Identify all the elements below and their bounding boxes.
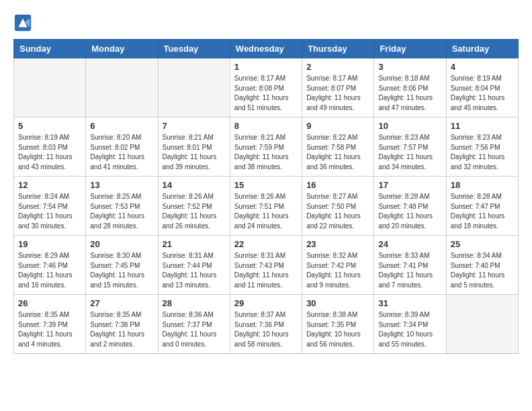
calendar-table: SundayMondayTuesdayWednesdayThursdayFrid… <box>13 39 519 354</box>
calendar-cell <box>446 295 518 354</box>
calendar-cell: 2Sunrise: 8:17 AM Sunset: 8:07 PM Daylig… <box>302 58 374 118</box>
day-info: Sunrise: 8:28 AM Sunset: 7:48 PM Dayligh… <box>378 192 441 231</box>
calendar-week-row: 5Sunrise: 8:19 AM Sunset: 8:03 PM Daylig… <box>14 118 519 177</box>
day-info: Sunrise: 8:30 AM Sunset: 7:45 PM Dayligh… <box>90 251 153 290</box>
day-number: 25 <box>451 239 514 249</box>
day-number: 21 <box>163 239 226 249</box>
calendar-cell: 5Sunrise: 8:19 AM Sunset: 8:03 PM Daylig… <box>14 118 86 177</box>
day-info: Sunrise: 8:18 AM Sunset: 8:06 PM Dayligh… <box>378 74 441 113</box>
day-info: Sunrise: 8:23 AM Sunset: 7:57 PM Dayligh… <box>378 133 441 172</box>
day-number: 24 <box>378 239 441 249</box>
calendar-cell <box>86 58 158 118</box>
calendar-week-row: 12Sunrise: 8:24 AM Sunset: 7:54 PM Dayli… <box>14 177 519 236</box>
weekday-header-saturday: Saturday <box>446 40 518 58</box>
day-info: Sunrise: 8:29 AM Sunset: 7:46 PM Dayligh… <box>18 251 81 290</box>
calendar-cell: 27Sunrise: 8:35 AM Sunset: 7:38 PM Dayli… <box>86 295 158 354</box>
day-info: Sunrise: 8:26 AM Sunset: 7:51 PM Dayligh… <box>234 192 298 231</box>
calendar-cell: 7Sunrise: 8:21 AM Sunset: 8:01 PM Daylig… <box>158 118 230 177</box>
day-info: Sunrise: 8:26 AM Sunset: 7:52 PM Dayligh… <box>163 192 226 231</box>
day-number: 30 <box>306 298 369 308</box>
day-number: 1 <box>234 62 298 72</box>
day-info: Sunrise: 8:32 AM Sunset: 7:42 PM Dayligh… <box>306 251 369 290</box>
day-number: 23 <box>306 239 369 249</box>
calendar-cell: 10Sunrise: 8:23 AM Sunset: 7:57 PM Dayli… <box>374 118 446 177</box>
calendar-cell: 19Sunrise: 8:29 AM Sunset: 7:46 PM Dayli… <box>14 236 86 295</box>
day-number: 29 <box>234 298 298 308</box>
day-info: Sunrise: 8:25 AM Sunset: 7:53 PM Dayligh… <box>90 192 153 231</box>
calendar-week-row: 26Sunrise: 8:35 AM Sunset: 7:39 PM Dayli… <box>14 295 519 354</box>
weekday-header-monday: Monday <box>86 40 158 58</box>
weekday-header-wednesday: Wednesday <box>230 40 302 58</box>
logo-icon <box>13 13 32 32</box>
day-info: Sunrise: 8:22 AM Sunset: 7:58 PM Dayligh… <box>306 133 369 172</box>
day-number: 26 <box>18 298 81 308</box>
calendar-cell: 6Sunrise: 8:20 AM Sunset: 8:02 PM Daylig… <box>86 118 158 177</box>
day-number: 11 <box>451 121 514 131</box>
calendar-cell: 26Sunrise: 8:35 AM Sunset: 7:39 PM Dayli… <box>14 295 86 354</box>
day-number: 4 <box>451 62 514 72</box>
calendar-week-row: 1Sunrise: 8:17 AM Sunset: 8:08 PM Daylig… <box>14 58 519 118</box>
day-info: Sunrise: 8:31 AM Sunset: 7:44 PM Dayligh… <box>163 251 226 290</box>
calendar-cell: 11Sunrise: 8:23 AM Sunset: 7:56 PM Dayli… <box>446 118 518 177</box>
logo <box>13 13 35 32</box>
day-number: 14 <box>163 180 226 190</box>
day-info: Sunrise: 8:23 AM Sunset: 7:56 PM Dayligh… <box>451 133 514 172</box>
day-info: Sunrise: 8:31 AM Sunset: 7:43 PM Dayligh… <box>234 251 298 290</box>
day-info: Sunrise: 8:28 AM Sunset: 7:47 PM Dayligh… <box>451 192 514 231</box>
day-number: 3 <box>378 62 441 72</box>
calendar-cell: 30Sunrise: 8:38 AM Sunset: 7:35 PM Dayli… <box>302 295 374 354</box>
day-number: 6 <box>90 121 153 131</box>
day-number: 27 <box>90 298 153 308</box>
calendar-cell: 1Sunrise: 8:17 AM Sunset: 8:08 PM Daylig… <box>230 58 302 118</box>
calendar-cell: 31Sunrise: 8:39 AM Sunset: 7:34 PM Dayli… <box>374 295 446 354</box>
day-number: 8 <box>234 121 298 131</box>
calendar-cell: 24Sunrise: 8:33 AM Sunset: 7:41 PM Dayli… <box>374 236 446 295</box>
calendar-cell: 8Sunrise: 8:21 AM Sunset: 7:59 PM Daylig… <box>230 118 302 177</box>
calendar-cell: 23Sunrise: 8:32 AM Sunset: 7:42 PM Dayli… <box>302 236 374 295</box>
day-info: Sunrise: 8:38 AM Sunset: 7:35 PM Dayligh… <box>306 310 369 349</box>
day-info: Sunrise: 8:39 AM Sunset: 7:34 PM Dayligh… <box>378 310 441 349</box>
calendar-cell <box>14 58 86 118</box>
page-header <box>13 13 519 32</box>
day-number: 18 <box>451 180 514 190</box>
day-info: Sunrise: 8:21 AM Sunset: 8:01 PM Dayligh… <box>163 133 226 172</box>
calendar-cell: 9Sunrise: 8:22 AM Sunset: 7:58 PM Daylig… <box>302 118 374 177</box>
day-info: Sunrise: 8:35 AM Sunset: 7:38 PM Dayligh… <box>90 310 153 349</box>
day-number: 13 <box>90 180 153 190</box>
day-number: 19 <box>18 239 81 249</box>
calendar-cell: 18Sunrise: 8:28 AM Sunset: 7:47 PM Dayli… <box>446 177 518 236</box>
day-info: Sunrise: 8:33 AM Sunset: 7:41 PM Dayligh… <box>378 251 441 290</box>
weekday-header-thursday: Thursday <box>302 40 374 58</box>
day-number: 12 <box>18 180 81 190</box>
day-number: 22 <box>234 239 298 249</box>
day-info: Sunrise: 8:17 AM Sunset: 8:07 PM Dayligh… <box>306 74 369 113</box>
day-info: Sunrise: 8:35 AM Sunset: 7:39 PM Dayligh… <box>18 310 81 349</box>
calendar-cell: 4Sunrise: 8:19 AM Sunset: 8:04 PM Daylig… <box>446 58 518 118</box>
calendar-cell: 25Sunrise: 8:34 AM Sunset: 7:40 PM Dayli… <box>446 236 518 295</box>
day-info: Sunrise: 8:34 AM Sunset: 7:40 PM Dayligh… <box>451 251 514 290</box>
calendar-cell: 12Sunrise: 8:24 AM Sunset: 7:54 PM Dayli… <box>14 177 86 236</box>
day-info: Sunrise: 8:24 AM Sunset: 7:54 PM Dayligh… <box>18 192 81 231</box>
calendar-cell: 17Sunrise: 8:28 AM Sunset: 7:48 PM Dayli… <box>374 177 446 236</box>
weekday-header-tuesday: Tuesday <box>158 40 230 58</box>
calendar-cell: 15Sunrise: 8:26 AM Sunset: 7:51 PM Dayli… <box>230 177 302 236</box>
day-number: 9 <box>306 121 369 131</box>
calendar-cell: 21Sunrise: 8:31 AM Sunset: 7:44 PM Dayli… <box>158 236 230 295</box>
day-number: 17 <box>378 180 441 190</box>
day-number: 20 <box>90 239 153 249</box>
day-info: Sunrise: 8:21 AM Sunset: 7:59 PM Dayligh… <box>234 133 298 172</box>
weekday-header-friday: Friday <box>374 40 446 58</box>
calendar-cell: 3Sunrise: 8:18 AM Sunset: 8:06 PM Daylig… <box>374 58 446 118</box>
day-number: 10 <box>378 121 441 131</box>
calendar-cell: 28Sunrise: 8:36 AM Sunset: 7:37 PM Dayli… <box>158 295 230 354</box>
day-info: Sunrise: 8:19 AM Sunset: 8:03 PM Dayligh… <box>18 133 81 172</box>
weekday-header-sunday: Sunday <box>14 40 86 58</box>
day-info: Sunrise: 8:19 AM Sunset: 8:04 PM Dayligh… <box>451 74 514 113</box>
calendar-cell: 20Sunrise: 8:30 AM Sunset: 7:45 PM Dayli… <box>86 236 158 295</box>
day-info: Sunrise: 8:17 AM Sunset: 8:08 PM Dayligh… <box>234 74 298 113</box>
day-info: Sunrise: 8:20 AM Sunset: 8:02 PM Dayligh… <box>90 133 153 172</box>
day-number: 31 <box>378 298 441 308</box>
day-info: Sunrise: 8:27 AM Sunset: 7:50 PM Dayligh… <box>306 192 369 231</box>
weekday-header-row: SundayMondayTuesdayWednesdayThursdayFrid… <box>14 40 519 58</box>
calendar-cell <box>158 58 230 118</box>
